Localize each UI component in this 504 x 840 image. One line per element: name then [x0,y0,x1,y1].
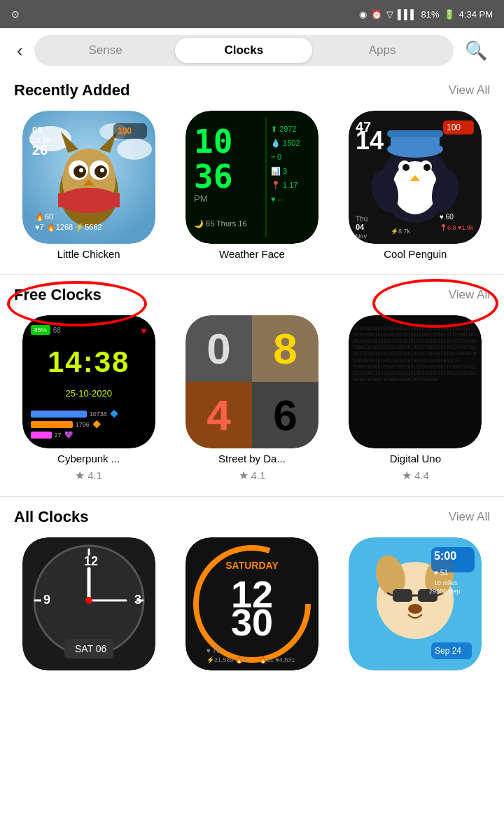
svg-rect-8 [58,193,120,207]
list-item[interactable]: 10 36 PM ⬆ 2972 💧 1502 ≈ 0 📊 3 📍 1.17 ♥ … [174,111,329,260]
free-clocks-title: Free Clocks [14,286,102,304]
street-rating: ★ 4.1 [239,469,266,482]
wifi-icon: ▽ [386,9,393,20]
list-item[interactable]: 85% 68 ♥ 14:38 25-10-2020 10738 🔷 [11,315,166,482]
svg-text:30: 30 [231,601,273,643]
svg-point-71 [85,597,92,604]
list-item[interactable]: SATURDAY 12 30 ♥ 76 ⚡21,569 🔥8 🔥51 ♥4,83… [174,537,329,670]
svg-text:10: 10 [194,123,232,160]
svg-text:Nov: Nov [356,233,368,240]
list-item[interactable]: 0 8 4 6 Street by Da... ★ 4.1 [174,315,329,482]
weather-face-icon: 10 36 PM ⬆ 2972 💧 1502 ≈ 0 📊 3 📍 1.17 ♥ … [186,111,318,244]
cool-penguin-label: Cool Penguin [384,248,447,260]
tab-apps[interactable]: Apps [314,38,451,63]
svg-text:29580 step: 29580 step [429,588,461,595]
list-item[interactable]: 47 14 ♥ 60 📍6.9 ♥1.9k Thu 04 Nov ⚡8.7k 1… [338,111,493,260]
street-icon: 0 8 4 6 [186,315,318,448]
alarm-icon: ⏰ [371,9,382,20]
svg-text:♥7 🔥1268 ⚡5662: ♥7 🔥1268 ⚡5662 [35,222,102,232]
section-divider-2 [0,496,504,497]
cyberpunk-label: Cyberpunk ... [57,453,120,464]
svg-text:14: 14 [356,126,384,155]
all-clocks-view-all[interactable]: View All [449,510,490,524]
svg-point-45 [402,164,410,171]
nav-tabs: Sense Clocks Apps [34,35,454,66]
little-chicken-label: Little Chicken [57,248,120,260]
all-clocks-section: All Clocks View All 12 3 9 [0,500,504,682]
cyb-bar-2 [31,421,73,428]
battery-percent: 81% [421,9,440,20]
saturday-clock-icon: SATURDAY 12 30 ♥ 76 ⚡21,569 🔥8 🔥51 ♥4,83… [186,537,318,670]
svg-text:PM: PM [194,193,208,204]
recently-added-view-all[interactable]: View All [449,83,490,97]
tab-clocks[interactable]: Clocks [175,38,312,63]
svg-text:📍6.9 ♥1.9k: 📍6.9 ♥1.9k [440,223,474,232]
free-clocks-header: Free Clocks View All [0,277,504,310]
svg-text:🌙 65   Thurs 16: 🌙 65 Thurs 16 [194,219,247,228]
svg-text:36: 36 [194,158,232,195]
time-display: 4:34 PM [459,9,493,20]
free-clocks-view-all[interactable]: View All [449,288,490,302]
svg-text:📍 1.17: 📍 1.17 [271,180,298,190]
digital-uno-rating: ★ 4.4 [402,469,429,482]
digital-uno-text: 0110101100101001010111010011010100101101… [353,319,477,390]
svg-text:9: 9 [43,593,50,607]
cyb-bar-3 [31,432,52,439]
digital-uno-label: Digital Uno [390,453,441,464]
svg-text:⚡8.7k: ⚡8.7k [391,227,411,235]
star-icon: ★ [75,469,85,482]
svg-text:08: 08 [32,125,42,135]
all-clocks-grid: 12 3 9 SAT 06 [0,532,504,682]
star-icon: ★ [402,469,412,482]
cyb-time: 14:38 [31,347,147,377]
svg-text:10 miles: 10 miles [434,579,458,586]
free-clocks-grid: 85% 68 ♥ 14:38 25-10-2020 10738 🔷 [0,310,504,493]
tab-sense[interactable]: Sense [37,38,174,63]
cyberpunk-rating-value: 4.1 [88,469,102,481]
svg-text:Sep 24: Sep 24 [435,646,461,656]
recently-added-header: Recently Added View All [0,73,504,105]
list-item[interactable]: 5:00 ♥ 51 10 miles 29580 step Sep 24 [338,537,493,670]
digital-uno-icon: 0110101100101001010111010011010100101101… [349,315,482,448]
list-item[interactable]: 12 3 9 SAT 06 [11,537,166,670]
bluetooth-icon: ◉ [359,9,367,20]
svg-text:SATURDAY: SATURDAY [225,560,279,571]
search-icon[interactable]: 🔍 [459,37,493,64]
svg-text:04: 04 [356,223,365,231]
svg-text:💧 1502: 💧 1502 [271,138,300,148]
cyb-bar-1 [31,411,87,418]
status-right-info: ◉ ⏰ ▽ ▌▌▌ 81% 🔋 4:34 PM [359,9,493,20]
analog-clock-icon: 12 3 9 SAT 06 [22,537,155,670]
recently-added-title: Recently Added [14,81,130,99]
status-bar: ⊙ ◉ ⏰ ▽ ▌▌▌ 81% 🔋 4:34 PM [0,0,504,28]
svg-text:♥ --: ♥ -- [271,195,283,203]
svg-text:SAT 06: SAT 06 [75,643,107,654]
app-icon-status: ⊙ [11,8,20,20]
little-chicken-icon: 🔥60 ♥7 🔥1268 ⚡5662 100 08 Oct 29 26 [22,111,155,244]
svg-point-14 [100,168,104,172]
digital-uno-rating-value: 4.4 [414,469,429,481]
svg-point-91 [408,604,422,614]
status-left-icons: ⊙ [11,8,20,20]
back-button[interactable]: ‹ [11,37,29,64]
weather-face-label: Weather Face [219,248,285,260]
signal-bars: ▌▌▌ [398,9,417,20]
street-rating-value: 4.1 [251,469,266,481]
street-digit-4: 4 [186,382,252,448]
svg-text:100: 100 [447,123,461,132]
svg-text:♥ 76: ♥ 76 [206,647,220,654]
cyb-bars: 10738 🔷 1796 🔶 27 💜 [31,410,147,439]
svg-text:🔥60: 🔥60 [35,212,53,221]
section-divider [0,274,504,275]
list-item[interactable]: 0110101100101001010111010011010100101101… [338,315,493,482]
street-digit-0: 0 [186,315,252,382]
svg-text:5:00: 5:00 [434,550,456,562]
dog-clock-icon: 5:00 ♥ 51 10 miles 29580 step Sep 24 [349,537,482,670]
cyb-date: 25-10-2020 [31,388,147,399]
list-item[interactable]: 🔥60 ♥7 🔥1268 ⚡5662 100 08 Oct 29 26 Litt… [11,111,166,260]
street-label: Street by Da... [218,453,286,464]
recently-added-grid: 🔥60 ♥7 🔥1268 ⚡5662 100 08 Oct 29 26 Litt… [0,105,504,271]
street-digit-8: 8 [252,315,318,382]
cyb-battery-label: 85% [31,325,50,335]
free-clocks-section: Free Clocks View All 85% 68 ♥ 14:38 25-1… [0,277,504,493]
